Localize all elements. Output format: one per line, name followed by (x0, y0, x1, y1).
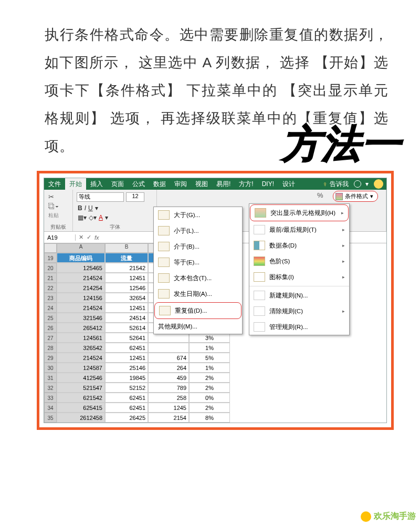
select-all-corner[interactable] (44, 243, 57, 253)
cell[interactable]: 52641 (105, 333, 148, 343)
row-header[interactable]: 24 (44, 303, 57, 313)
cell[interactable]: 2612458 (57, 413, 105, 423)
row-header[interactable]: 33 (44, 393, 57, 403)
row-header[interactable]: 30 (44, 363, 57, 373)
copy-icon[interactable]: ⿻▾ (48, 202, 68, 210)
cell[interactable]: 265412 (57, 323, 105, 333)
table-row[interactable]: 214524124516745% (57, 353, 230, 363)
ribbon-tab-11[interactable]: 设计 (278, 178, 299, 190)
name-box[interactable]: A19 (44, 234, 76, 241)
cell[interactable]: 商品编码 (57, 253, 105, 263)
ribbon-tab-8[interactable]: 易用! (212, 178, 235, 190)
check-icon[interactable]: ✓ (87, 234, 91, 241)
conditional-format-button[interactable]: 条件格式▾ (333, 191, 378, 202)
table-row[interactable]: 621542624512580% (57, 393, 230, 403)
table-row[interactable]: 412546198454592% (57, 373, 230, 383)
menu-item[interactable]: 重复值(D)... (154, 302, 242, 319)
ribbon-tab-9[interactable]: 方方! (235, 178, 257, 190)
cell[interactable]: 21542 (105, 263, 148, 273)
menu-item[interactable]: 文本包含(T)... (154, 270, 242, 286)
cell[interactable]: 0% (189, 393, 230, 403)
row-header[interactable]: 32 (44, 383, 57, 393)
cell[interactable]: 8% (189, 413, 230, 423)
cut-icon[interactable]: ✂ (48, 193, 68, 201)
cell[interactable]: 32654 (105, 293, 148, 303)
font-size-select[interactable]: 12 (126, 192, 144, 202)
column-header-B[interactable]: B (105, 243, 148, 253)
font-color-button[interactable]: A (99, 214, 103, 221)
cell[interactable]: 62451 (105, 343, 148, 353)
ribbon-tab-3[interactable]: 页面 (107, 178, 128, 190)
cell[interactable]: 621542 (57, 393, 105, 403)
table-row[interactable]: 124587251462641% (57, 363, 230, 373)
cell[interactable]: 62451 (105, 403, 148, 413)
cell[interactable]: 12546 (105, 283, 148, 293)
table-row[interactable]: 6254156245112452% (57, 403, 230, 413)
cell[interactable]: 26425 (105, 413, 148, 423)
row-header[interactable]: 22 (44, 283, 57, 293)
row-header[interactable]: 23 (44, 293, 57, 303)
cell[interactable]: 214524 (57, 303, 105, 313)
fill-color-button[interactable]: ◇▾ (89, 214, 97, 221)
cancel-icon[interactable]: ✕ (79, 234, 83, 241)
table-row[interactable]: 326542624511% (57, 343, 230, 353)
cell[interactable] (148, 343, 189, 353)
row-header[interactable]: 34 (44, 403, 57, 413)
menu-item[interactable]: 数据条(D)▸ (249, 238, 349, 253)
menu-item[interactable]: 介于(B)... (154, 239, 242, 254)
menu-item[interactable]: 发生日期(A)... (154, 286, 242, 302)
fx-icon[interactable]: fx (94, 234, 99, 241)
cell[interactable]: 521547 (57, 383, 105, 393)
row-header[interactable]: 21 (44, 273, 57, 283)
menu-item[interactable]: 最前/最后规则(T)▸ (249, 222, 349, 238)
font-name-select[interactable]: 等线 (77, 192, 124, 202)
row-header[interactable]: 20 (44, 263, 57, 273)
menu-item[interactable]: 色阶(S)▸ (249, 253, 349, 269)
italic-button[interactable]: I (85, 204, 86, 212)
menu-item[interactable]: 等于(E)... (154, 254, 242, 270)
menu-item[interactable]: 图标集(I)▸ (249, 269, 349, 285)
cell[interactable]: 25146 (105, 363, 148, 373)
cell[interactable]: 2% (189, 373, 230, 383)
cell[interactable]: 1245 (148, 403, 189, 413)
cell[interactable]: 124587 (57, 363, 105, 373)
expand-icon[interactable]: ▾ (95, 204, 98, 212)
percent-button[interactable]: % (317, 191, 323, 199)
bold-button[interactable]: B (78, 204, 82, 212)
ribbon-tab-6[interactable]: 审阅 (170, 178, 191, 190)
cell[interactable]: 62451 (105, 393, 148, 403)
cell[interactable]: 258 (148, 393, 189, 403)
table-row[interactable]: 521547521527892% (57, 383, 230, 393)
cell[interactable]: 1% (189, 343, 230, 353)
menu-item[interactable]: 清除规则(C)▸ (249, 303, 349, 319)
row-header[interactable]: 29 (44, 353, 57, 363)
menu-item[interactable]: 其他规则(M)... (154, 320, 242, 334)
border-button[interactable]: ▦▾ (78, 214, 87, 221)
cell[interactable]: 264 (148, 363, 189, 373)
row-header[interactable]: 35 (44, 413, 57, 423)
underline-button[interactable]: U (88, 204, 93, 212)
menu-item[interactable]: 大于(G)... (154, 207, 242, 223)
row-header[interactable]: 19 (44, 253, 57, 263)
cell[interactable]: 124156 (57, 293, 105, 303)
cell[interactable]: 412546 (57, 373, 105, 383)
menu-item[interactable]: 新建规则(N)... (249, 287, 349, 303)
cell[interactable]: 124561 (57, 333, 105, 343)
smiley-icon[interactable] (374, 179, 383, 189)
row-header[interactable]: 25 (44, 313, 57, 323)
cell[interactable]: 214254 (57, 283, 105, 293)
cell[interactable]: 789 (148, 383, 189, 393)
ribbon-tab-7[interactable]: 视图 (191, 178, 212, 190)
cell[interactable]: 52614 (105, 323, 148, 333)
ribbon-tab-10[interactable]: DIY! (258, 179, 278, 189)
cell[interactable]: 12451 (105, 273, 148, 283)
cell[interactable]: 214524 (57, 273, 105, 283)
search-icon[interactable] (354, 180, 361, 188)
cell[interactable]: 52152 (105, 383, 148, 393)
table-row[interactable]: 26124582642521548% (57, 413, 230, 423)
cell[interactable]: 2% (189, 383, 230, 393)
paste-icon[interactable]: 粘贴 (48, 212, 68, 219)
cell[interactable]: 5% (189, 353, 230, 363)
cell[interactable]: 214524 (57, 353, 105, 363)
row-header[interactable]: 28 (44, 343, 57, 353)
